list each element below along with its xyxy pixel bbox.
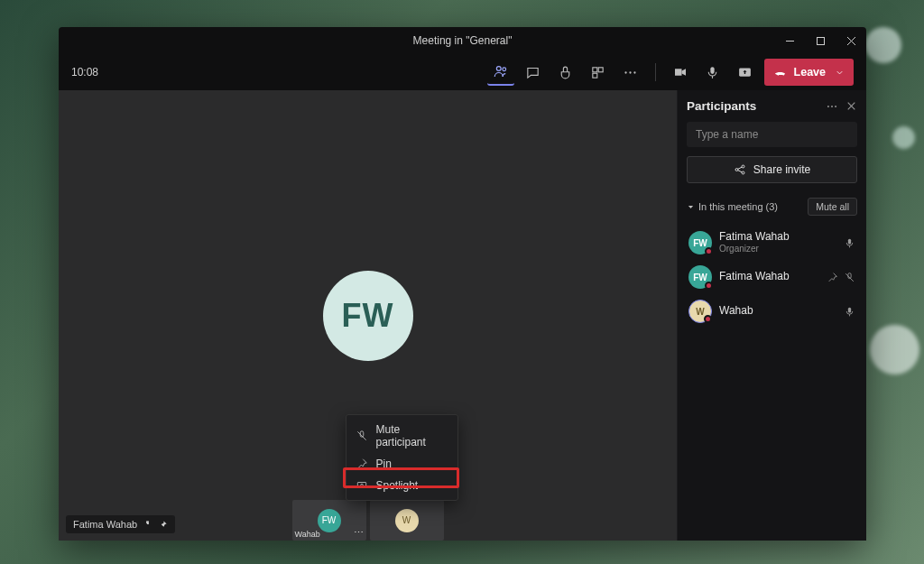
participant-avatar: FW (688, 231, 712, 254)
section-toggle[interactable]: In this meeting (3) (687, 201, 778, 212)
svg-point-1 (496, 67, 501, 71)
participant-avatar: W (688, 300, 712, 323)
share-icon (734, 163, 746, 176)
thumbnail-more-icon[interactable]: ⋯ (354, 527, 364, 539)
svg-rect-3 (593, 67, 597, 71)
presence-dot (704, 315, 712, 323)
thumbnail-tile[interactable]: W (370, 500, 444, 541)
thumbnail-avatar: W (395, 509, 419, 532)
svg-rect-4 (598, 67, 603, 71)
search-input[interactable] (687, 122, 857, 147)
ctx-mute-label: Mute participant (376, 423, 448, 448)
share-invite-button[interactable]: Share invite (687, 156, 857, 183)
participants-panel: Participants Share invite In this meetin… (677, 90, 866, 541)
svg-point-6 (624, 71, 626, 73)
leave-button[interactable]: Leave (764, 59, 854, 86)
participant-name: Wahab (719, 305, 836, 318)
presence-dot (705, 282, 713, 290)
participant-avatar: FW (688, 265, 712, 289)
ctx-mute-participant[interactable]: Mute participant (346, 419, 457, 453)
reactions-icon[interactable] (552, 59, 579, 86)
participant-actions[interactable] (827, 272, 855, 283)
participant-name: Fatima Wahab (719, 271, 819, 283)
window-controls (774, 27, 866, 54)
svg-point-12 (831, 106, 833, 107)
titlebar: Meeting in "General" (59, 27, 866, 54)
share-invite-label: Share invite (753, 163, 810, 176)
meeting-timer: 10:08 (71, 66, 98, 79)
svg-point-11 (827, 106, 829, 107)
svg-point-13 (835, 106, 836, 107)
app-window: Meeting in "General" 10:08 Leave (59, 27, 866, 541)
section-label: In this meeting (3) (698, 201, 778, 212)
participant-row[interactable]: FW Fatima WahabOrganizer (687, 227, 857, 259)
camera-off-icon[interactable] (667, 59, 694, 86)
panel-title: Participants (687, 99, 756, 113)
participant-actions[interactable] (844, 237, 855, 249)
participant-name: Fatima Wahab (719, 231, 836, 244)
hangup-icon (773, 66, 787, 79)
thumbnail-tile[interactable]: FW Wahab ⋯ (292, 500, 366, 541)
svg-rect-21 (357, 483, 365, 488)
thumbnail-row: FW Wahab ⋯ W Mute participant Pin Spotli… (59, 495, 677, 541)
ctx-pin-label: Pin (376, 458, 392, 470)
presence-dot (705, 247, 713, 255)
svg-point-2 (502, 68, 505, 71)
ctx-pin[interactable]: Pin (346, 453, 457, 475)
thumbnail-name: Wahab (295, 530, 320, 539)
panel-close-icon[interactable] (845, 100, 857, 112)
toolbar-separator (655, 63, 656, 81)
share-screen-icon[interactable] (732, 59, 759, 86)
people-icon[interactable] (487, 59, 514, 86)
chevron-down-icon (835, 68, 845, 78)
main-avatar: FW (323, 271, 413, 361)
participant-context-menu: Mute participant Pin Spotlight (346, 414, 458, 501)
panel-more-icon[interactable] (826, 100, 838, 113)
spotlight-icon (356, 479, 368, 492)
ctx-spotlight[interactable]: Spotlight (346, 475, 457, 496)
participant-actions[interactable] (844, 306, 855, 318)
rooms-icon[interactable] (585, 59, 612, 86)
thumbnail-avatar: FW (318, 509, 341, 532)
mute-all-button[interactable]: Mute all (808, 198, 857, 216)
chat-icon[interactable] (520, 59, 547, 86)
meeting-toolbar: 10:08 Leave (59, 54, 866, 90)
svg-rect-0 (817, 37, 824, 44)
minimize-button[interactable] (774, 27, 805, 54)
svg-rect-5 (593, 73, 597, 78)
svg-rect-19 (848, 307, 851, 312)
more-actions-icon[interactable] (617, 59, 644, 86)
svg-point-7 (629, 71, 631, 73)
mic-muted-icon (356, 430, 368, 442)
ctx-spotlight-label: Spotlight (376, 479, 419, 492)
mic-icon[interactable] (699, 59, 726, 86)
window-title: Meeting in "General" (413, 34, 513, 47)
pin-icon (356, 458, 368, 470)
close-button[interactable] (836, 27, 866, 54)
svg-point-8 (633, 71, 635, 73)
participant-row[interactable]: FW Fatima Wahab (687, 261, 857, 293)
svg-rect-17 (848, 238, 851, 244)
svg-point-22 (360, 484, 362, 485)
content-area: FW Fatima Wahab Participants Share invit… (59, 90, 866, 541)
participant-list: FW Fatima WahabOrganizer FW Fatima Wahab… (687, 227, 857, 328)
participant-subtitle: Organizer (719, 244, 836, 254)
leave-button-label: Leave (794, 66, 826, 79)
maximize-button[interactable] (805, 27, 836, 54)
participant-row[interactable]: W Wahab (687, 295, 857, 328)
chevron-down-icon (687, 203, 695, 211)
svg-rect-9 (710, 67, 714, 74)
